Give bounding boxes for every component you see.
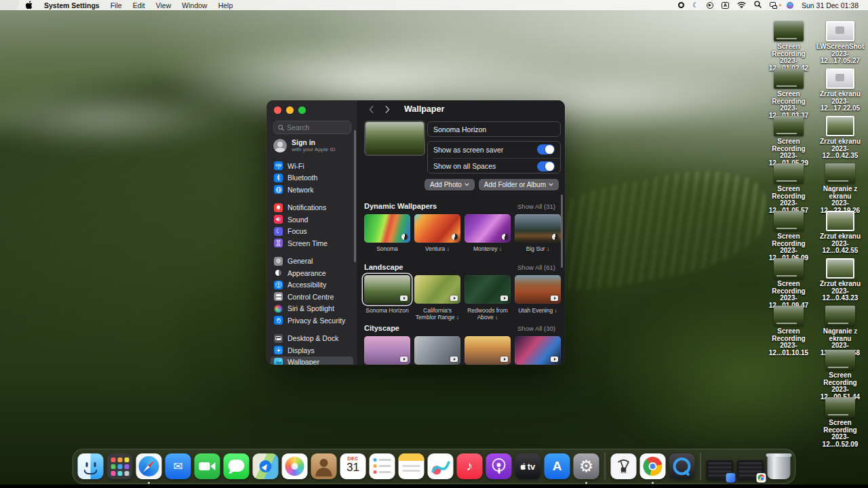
desktop-file[interactable]: Screen Recording2023-12...01.09.47: [762, 256, 815, 309]
sidebar-item-focus[interactable]: ☾Focus: [271, 226, 353, 238]
minimize-button[interactable]: [286, 106, 294, 114]
dock-minimized-window-1[interactable]: [707, 460, 734, 481]
sidebar-item-bluetooth[interactable]: Bluetooth: [271, 172, 353, 184]
dock-podcasts[interactable]: [486, 453, 512, 479]
sidebar-item-desktop-dock[interactable]: Desktop & Dock: [271, 333, 353, 345]
current-wallpaper-preview[interactable]: [364, 121, 425, 156]
sidebar-item-control-centre[interactable]: Control Centre: [271, 291, 353, 303]
main-scrollbar[interactable]: [561, 195, 563, 268]
menu-edit[interactable]: Edit: [133, 1, 145, 9]
dock-facetime[interactable]: [195, 453, 220, 479]
sidebar-scrollbar[interactable]: [354, 130, 356, 262]
forward-button[interactable]: [382, 104, 392, 114]
dock-reminders[interactable]: [370, 453, 395, 479]
sidebar-item-siri-spotlight[interactable]: Siri & Spotlight: [271, 303, 353, 315]
sidebar-item-wifi[interactable]: Wi-Fi: [271, 160, 353, 172]
user-color-dot-icon[interactable]: [787, 2, 793, 9]
sidebar-item-sign-in[interactable]: Sign in with your Apple ID: [273, 138, 335, 152]
dock-quicktime[interactable]: [669, 453, 695, 479]
sidebar-item-notifications[interactable]: Notifications: [271, 202, 353, 214]
dock-safari[interactable]: [136, 453, 162, 479]
dock-freeform[interactable]: [428, 453, 454, 479]
screen-saver-toggle[interactable]: [537, 144, 555, 155]
dock-photos[interactable]: [282, 453, 308, 479]
dock-minimized-window-2[interactable]: [737, 460, 764, 481]
apple-menu-icon[interactable]: [26, 1, 33, 9]
dock-system-settings[interactable]: ⚙: [574, 453, 599, 479]
dock-maps[interactable]: [253, 453, 279, 479]
desktop-file[interactable]: Screen Recording2023-12...0.52.09: [814, 395, 867, 448]
desktop-file[interactable]: Zrzut ekranu2023-12...0.42.55: [814, 209, 867, 255]
menubar-app-name[interactable]: System Settings: [44, 1, 100, 9]
back-button[interactable]: [366, 104, 376, 114]
desktop-file[interactable]: Zrzut ekranu2023-12...0.42.35: [814, 114, 867, 160]
sidebar-item-general[interactable]: ⚙General: [271, 256, 353, 268]
sidebar-item-appearance[interactable]: Appearance: [271, 267, 353, 279]
record-indicator-icon[interactable]: [678, 2, 684, 8]
menubar-clock[interactable]: Sun 31 Dec 01:38: [802, 1, 859, 9]
wallpaper-name-field[interactable]: Sonoma Horizon: [427, 121, 561, 137]
menu-help[interactable]: Help: [218, 1, 233, 9]
zoom-button[interactable]: [298, 106, 306, 114]
search-input[interactable]: Search: [273, 121, 351, 134]
wallpaper-thumb-temblor-range[interactable]: [414, 275, 460, 304]
wallpaper-thumb-redwoods[interactable]: [465, 275, 511, 304]
wallpaper-thumb-city-1[interactable]: [364, 336, 410, 365]
screen-record-play-icon[interactable]: ▶: [707, 2, 713, 9]
focus-moon-icon[interactable]: ☾: [692, 2, 698, 8]
menu-view[interactable]: View: [156, 1, 172, 9]
dock-finder[interactable]: [78, 453, 104, 479]
dock-chrome[interactable]: [640, 453, 666, 479]
dock-music[interactable]: ♪: [457, 453, 483, 479]
sidebar-item-sound[interactable]: Sound: [271, 214, 353, 226]
desktop-file[interactable]: Screen Recording2023-12...00.51.44: [814, 348, 867, 401]
dock-trash[interactable]: [768, 453, 791, 479]
desktop-file[interactable]: Screen Recording2023-12...01.05.29: [762, 114, 815, 167]
add-folder-button[interactable]: Add Folder or Album: [479, 179, 559, 190]
desktop-file[interactable]: Nagranie z ekranu2023-12...22.19.26: [814, 161, 867, 214]
dock-tv[interactable]: tv: [515, 453, 541, 479]
desktop-file[interactable]: LWScreenShot2023-12...17.05.27: [814, 19, 867, 65]
sidebar-item-network[interactable]: Network: [271, 184, 353, 196]
dock-calendar[interactable]: DEC31: [340, 453, 366, 479]
dock-mail[interactable]: ✉: [165, 453, 191, 479]
dock-caliper-utility[interactable]: [611, 453, 637, 479]
wallpaper-thumb-utah-evening[interactable]: [515, 275, 561, 304]
wifi-icon[interactable]: [737, 1, 746, 9]
dock-launchpad[interactable]: [107, 453, 133, 479]
wallpaper-thumb-city-4[interactable]: [515, 336, 561, 365]
desktop-file[interactable]: Screen Recording2023-12...01.06.09: [762, 209, 815, 262]
desktop-file[interactable]: Screen Recording2023-12...01.02.42: [762, 19, 815, 72]
sidebar-item-screen-time[interactable]: Screen Time: [271, 237, 353, 249]
wallpaper-thumb-sonoma[interactable]: [364, 214, 410, 243]
sidebar-item-displays[interactable]: Displays: [271, 344, 353, 357]
add-photo-button[interactable]: Add Photo: [425, 179, 475, 190]
all-spaces-toggle[interactable]: [537, 161, 555, 171]
desktop-file[interactable]: Screen Recording2023-12...01.05.57: [762, 161, 815, 214]
sidebar-item-wallpaper[interactable]: Wallpaper: [271, 357, 353, 365]
spotlight-search-icon[interactable]: [754, 1, 762, 9]
wallpaper-thumb-sonoma-horizon[interactable]: [364, 275, 410, 304]
wallpaper-thumb-ventura[interactable]: [414, 214, 460, 243]
dock-app-store[interactable]: A: [545, 453, 570, 479]
dock-contacts[interactable]: [311, 453, 337, 479]
show-all-link[interactable]: Show All (31): [517, 203, 555, 210]
sidebar-item-accessibility[interactable]: Accessibility: [271, 279, 353, 291]
dock-messages[interactable]: [224, 453, 250, 479]
wallpaper-thumb-monterey[interactable]: [465, 214, 511, 243]
wallpaper-thumb-city-2[interactable]: [414, 336, 460, 365]
desktop-file[interactable]: Screen Recording2023-12...01.03.37: [762, 66, 815, 119]
wallpaper-thumb-big-sur[interactable]: [515, 214, 561, 243]
desktop-file[interactable]: Zrzut ekranu2023-12...17.22.05: [814, 66, 867, 113]
close-button[interactable]: [274, 106, 281, 114]
wallpaper-thumb-city-3[interactable]: [465, 336, 511, 365]
show-all-link[interactable]: Show All (61): [517, 264, 555, 271]
menu-file[interactable]: File: [111, 1, 122, 9]
dock-notes[interactable]: [399, 453, 425, 479]
desktop-file[interactable]: Screen Recording2023-12...01.10.15: [762, 304, 815, 357]
desktop-file[interactable]: Zrzut ekranu2023-12...0.43.23: [814, 256, 867, 302]
show-all-link[interactable]: Show All (30): [517, 325, 555, 332]
sidebar-item-privacy-security[interactable]: Privacy & Security: [271, 314, 353, 327]
menu-window[interactable]: Window: [182, 1, 207, 9]
screen-mirroring-icon[interactable]: [770, 2, 778, 9]
